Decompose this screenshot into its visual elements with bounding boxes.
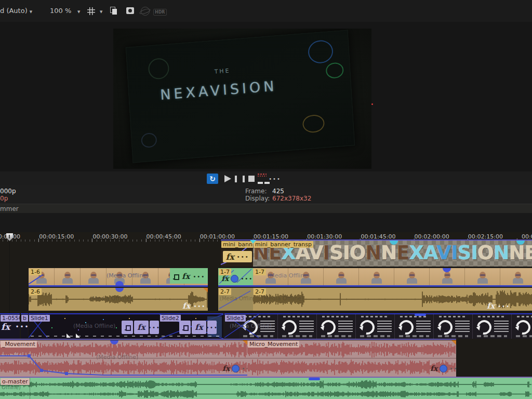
zoom-level-value: 100 % (50, 7, 71, 15)
copy-frame-icon[interactable] (110, 7, 117, 15)
offline-frame (395, 314, 434, 339)
clip-mini-banner[interactable]: mini_bann fx ••• (221, 241, 253, 267)
clip-slide1[interactable]: Slide1 (Media Offline) fx ••• (29, 313, 159, 339)
fade-handle-icon[interactable] (250, 240, 256, 244)
clip-buttons: fx ••• (1, 322, 30, 332)
fx-button[interactable]: fx (192, 321, 206, 334)
clip-fx-button[interactable]: fx ••• (223, 251, 252, 262)
keyframe-circle-icon[interactable] (231, 275, 238, 283)
crop-icon (125, 325, 130, 330)
clip-slide2[interactable]: Slide2 fx ••• (159, 313, 223, 339)
viewer-toolbar: d (Auto) ▼ 100 % ▼ ▼ HDR (0, 0, 532, 22)
offline-frame (473, 314, 512, 339)
more-icon[interactable]: ••• (193, 303, 206, 309)
transport-more-button[interactable]: ••• (269, 174, 281, 184)
offline-frame (278, 314, 317, 339)
fx-button[interactable]: fx (134, 321, 149, 334)
media-offline-text: (Media Offline) (107, 272, 149, 279)
fx-icon[interactable]: fx (487, 301, 495, 311)
clip-label: Micro_Movement (248, 341, 299, 348)
doodle-circle-3 (302, 114, 325, 134)
viewer-canvas[interactable]: THE NEXAVISION (113, 29, 371, 169)
more-icon[interactable]: ••• (449, 366, 456, 371)
frame-value: 425 (272, 188, 284, 195)
offline-footer-lines (477, 335, 507, 337)
clip-label: 1-7 (254, 269, 266, 275)
loop-icon: ↻ (209, 175, 216, 183)
audio-waveform (0, 390, 532, 398)
fade-handle-icon[interactable] (76, 334, 80, 338)
view-mode-dropdown[interactable]: d (Auto) ▼ (0, 7, 32, 15)
app-window: d (Auto) ▼ 100 % ▼ ▼ HDR THE NEXAVISION (0, 0, 532, 399)
play-icon (224, 175, 231, 182)
export-frame-button[interactable] (258, 174, 269, 184)
offline-text-lines (377, 321, 392, 333)
selection-corner (203, 288, 208, 292)
clip-audio-master[interactable]: o-master (Media Offline) (0, 378, 532, 399)
preview-title-main: NEXAVISION (159, 77, 277, 103)
clip-micro-movement-2[interactable]: Micro_Movement fx ••• (247, 340, 456, 377)
clip-label: Slide3 (225, 315, 246, 322)
panel-tab-strip: mmer (0, 204, 532, 214)
offline-text-lines (416, 321, 431, 333)
media-offline-text: (Media Offline) (220, 296, 253, 301)
more-icon[interactable]: ••• (193, 274, 205, 280)
more-icon: ••• (206, 325, 218, 330)
orbit-3d-icon (141, 7, 150, 16)
stop-icon (248, 176, 255, 182)
view-mode-label: d (Auto) (0, 7, 28, 15)
more-button[interactable]: ••• (150, 321, 159, 334)
clip-label: _Movement (1, 341, 37, 348)
fx-icon[interactable]: fx (1, 322, 10, 332)
fx-icon: fx (137, 323, 145, 332)
doodle-circle-2 (326, 62, 344, 79)
keyframe-circle-icon[interactable] (232, 365, 240, 373)
clip-1-7-short[interactable]: 1-7 fx ••• (218, 268, 253, 287)
media-offline-text: (Media Offline) (96, 354, 138, 361)
clip-1-7-long[interactable]: 1-7 (Media Offline) (253, 268, 532, 287)
clip-2-7-short[interactable]: 2-7 (Media Offline) (218, 288, 253, 311)
fx-icon[interactable]: fx (222, 364, 230, 373)
snapshot-icon[interactable] (126, 7, 134, 14)
offline-text-lines (455, 321, 470, 333)
fx-icon[interactable]: fx (182, 272, 190, 281)
thumbnail-frame (324, 268, 359, 285)
crop-button[interactable] (179, 321, 191, 334)
crop-icon[interactable] (173, 274, 179, 280)
play-button[interactable] (222, 174, 233, 184)
panel-tab-fragment[interactable]: mmer (0, 205, 19, 212)
pause-button[interactable] (234, 174, 245, 184)
more-button[interactable]: ••• (207, 321, 217, 334)
offline-frame (434, 314, 473, 339)
thumbnail-frame (465, 268, 500, 285)
more-icon[interactable]: ••• (242, 366, 247, 371)
fx-icon[interactable]: fx (221, 274, 229, 283)
grid-caret-icon[interactable]: ▼ (100, 10, 102, 14)
clip-slide3[interactable]: Slide3 (Media Offline) (224, 313, 532, 339)
offline-footer-lines (282, 335, 312, 337)
fx-icon[interactable]: fx (430, 364, 437, 373)
zoom-caret-icon[interactable]: ▼ (77, 10, 80, 14)
more-icon[interactable]: ••• (498, 303, 510, 309)
clip-label: Slide1 (29, 315, 50, 322)
more-icon[interactable]: ••• (241, 276, 253, 282)
more-icon[interactable]: ••• (15, 323, 29, 330)
offline-footer-lines (321, 335, 351, 337)
keyframe-pill-icon[interactable] (415, 313, 426, 316)
thumbnail-frame (359, 268, 394, 285)
grid-icon[interactable] (87, 7, 95, 15)
clip-micro-movement-1[interactable]: _Movement (Media Offline) fx ••• (0, 340, 247, 377)
keyframe-circle-icon[interactable] (440, 365, 447, 373)
crop-button[interactable] (122, 321, 133, 334)
loop-playback-button[interactable]: ↻ (207, 174, 218, 184)
fx-icon[interactable]: fx (182, 301, 190, 311)
doodle-circle-1 (308, 39, 334, 64)
stop-button[interactable] (246, 174, 257, 184)
fade-handle-icon[interactable] (66, 334, 71, 338)
zoom-level[interactable]: 100 % (50, 7, 71, 15)
clip-2-7-long[interactable]: 2-7 (Media Offline) fx ••• (253, 288, 532, 311)
clip-label: 2-7 (254, 288, 266, 295)
offline-frame (317, 314, 356, 339)
keyframe-pill-icon[interactable] (309, 378, 320, 380)
media-offline-text: (Media Offline) (268, 272, 310, 279)
